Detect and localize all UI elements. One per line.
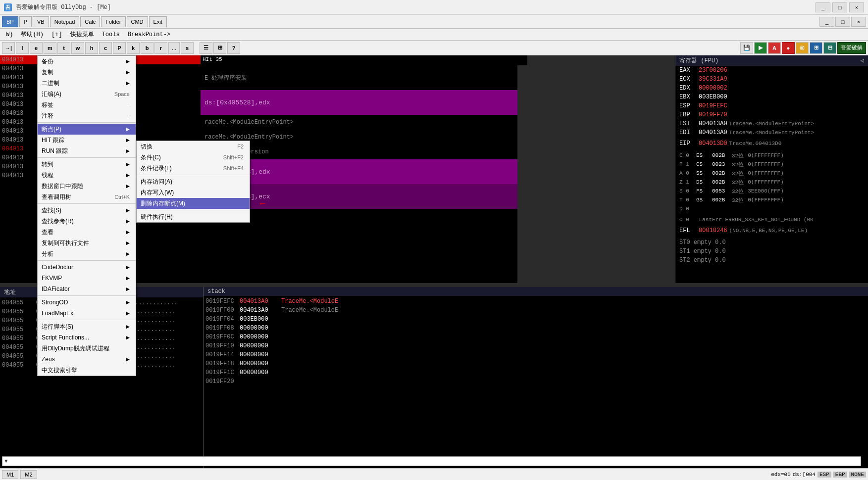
ctx-label[interactable]: 标签 : <box>38 99 136 110</box>
status-bar: M1 M2 edx=00 ds:[004 ESP EBP NONE <box>0 468 868 480</box>
disasm-row-highlighted-1: ds:[0x405528],edx <box>201 90 517 115</box>
c-btn[interactable]: c <box>99 42 112 54</box>
list-icon-btn[interactable]: ☰ <box>200 42 212 54</box>
ctx-comment[interactable]: 注释 ; <box>38 110 136 121</box>
ctx-goto[interactable]: 转到 ▶ <box>38 159 136 170</box>
play-icon-btn[interactable]: ▶ <box>754 42 767 54</box>
record-icon-btn[interactable]: ● <box>782 42 795 54</box>
ctx-search[interactable]: 查找(S) ▶ <box>38 205 136 216</box>
h-btn[interactable]: h <box>85 42 98 54</box>
p-button[interactable]: P <box>19 16 32 27</box>
stack-panel[interactable]: stack 0019FEFC 004013A0 TraceMe.<ModuleE… <box>203 287 868 468</box>
context-menu[interactable]: 备份 ▶ 复制 ▶ 二进制 ▶ 汇编(A) Space 标签 : 注释 ; 断点… <box>37 55 136 376</box>
bp-conditional-log[interactable]: 条件记录(L) Shift+F4 <box>137 163 250 174</box>
menu-tools[interactable]: Tools <box>98 29 124 41</box>
ctx-fkvmp[interactable]: FKVMP ▶ <box>38 273 136 284</box>
ctx-follow-in-dump[interactable]: 数据窗口中跟随 ▶ <box>38 181 136 192</box>
grid2-icon-btn[interactable]: ⊞ <box>810 42 822 54</box>
menu-help[interactable]: 帮助(H) <box>17 29 48 41</box>
ctx-breakpoint[interactable]: 断点(P) ▶ <box>38 124 136 135</box>
bp-conditional[interactable]: 条件(C) Shift+F2 <box>137 152 250 163</box>
reg-ecx: ECX 39C331A9 <box>675 75 868 84</box>
exit-button[interactable]: Exit <box>149 16 167 27</box>
ctx-run-trace[interactable]: RUN 跟踪 ▶ <box>38 145 136 156</box>
sub-maximize[interactable]: □ <box>835 17 850 27</box>
ctx-script-funcs[interactable]: Script Functions... ▶ <box>38 332 136 343</box>
cmd-button[interactable]: CMD <box>127 16 148 27</box>
menu-w[interactable]: W) <box>2 29 17 41</box>
sub-close[interactable]: × <box>851 17 866 27</box>
window-title: 吾爱破解专用版 OllyDbg - [Me] <box>16 3 111 11</box>
reg-flags-s: S 0 FS 0053 32位 3EE000(FFF) <box>675 187 868 195</box>
bp-button[interactable]: BP <box>2 16 18 27</box>
k-btn[interactable]: k <box>127 42 140 54</box>
s-btn[interactable]: s <box>181 42 194 54</box>
target-icon-btn[interactable]: ◎ <box>796 42 809 54</box>
ctx-sep-3 <box>38 203 136 204</box>
ctx-idaficator[interactable]: IDAFicator ▶ <box>38 284 136 294</box>
stack-row-4: 0019FF08 00000000 <box>205 324 866 333</box>
maximize-button[interactable]: □ <box>832 2 847 12</box>
status-edx: edx=00 <box>771 472 791 478</box>
status-esp: ESP <box>817 472 831 478</box>
ctx-calltree[interactable]: 查看调用树 Ctrl+K <box>38 192 136 202</box>
minimize-button[interactable]: _ <box>816 2 830 12</box>
ctx-copy-to-exe[interactable]: 复制到可执行文件 ▶ <box>38 238 136 248</box>
ctx-thread[interactable]: 线程 ▶ <box>38 170 136 181</box>
reg-eax: EAX 23F00206 <box>675 66 868 75</box>
a-icon-btn[interactable]: A <box>768 42 781 54</box>
ctx-binary[interactable]: 二进制 ▶ <box>38 78 136 89</box>
ctx-strongod[interactable]: StrongOD ▶ <box>38 297 136 308</box>
ellipsis-btn[interactable]: ... <box>168 42 180 54</box>
ctx-hit-trace[interactable]: HIT 跟踪 ▶ <box>38 135 136 145</box>
ctx-sep-2 <box>38 157 136 158</box>
ctx-loadmapex[interactable]: LoadMapEx ▶ <box>38 308 136 319</box>
grid3-icon-btn[interactable]: ⊟ <box>823 42 836 54</box>
r-btn[interactable]: r <box>154 42 167 54</box>
folder-button[interactable]: Folder <box>101 16 125 27</box>
grid-icon-btn[interactable]: ⊞ <box>213 42 226 54</box>
window-controls: _ □ × <box>816 2 864 12</box>
save-icon-btn[interactable]: 💾 <box>740 42 753 54</box>
breakpoint-submenu: 切换 F2 条件(C) Shift+F2 条件记录(L) Shift+F4 内存… <box>136 141 250 223</box>
ctx-view[interactable]: 查看 ▶ <box>38 227 136 238</box>
ctx-ollydump[interactable]: 用OllyDump脱壳调试进程 <box>38 343 136 354</box>
reg-flags-t: T 0 GS 002B 32位 0(FFFFFFFF) <box>675 195 868 204</box>
status-tab-m1[interactable]: M1 <box>2 470 18 479</box>
b-btn[interactable]: b <box>141 42 153 54</box>
w-btn[interactable]: w <box>71 42 84 54</box>
m-btn[interactable]: m <box>44 42 56 54</box>
bp-mem-access[interactable]: 内存访问(A) <box>137 176 250 187</box>
sub-minimize[interactable]: _ <box>819 17 834 27</box>
ctx-analyze[interactable]: 分析 ▶ <box>38 248 136 259</box>
help-icon-btn[interactable]: ? <box>227 42 240 54</box>
status-tab-m2[interactable]: M2 <box>20 470 37 479</box>
ctx-run-script[interactable]: 运行脚本(S) ▶ <box>38 321 136 332</box>
bp-hw-execute[interactable]: 硬件执行(H) <box>137 211 250 222</box>
ctx-chinese-search[interactable]: 中文搜索引擎 <box>38 365 136 376</box>
notepad-button[interactable]: Notepad <box>50 16 80 27</box>
menu-plus[interactable]: [+] <box>48 29 66 41</box>
ctx-sep-5 <box>38 295 136 296</box>
l-btn[interactable]: l <box>16 42 29 54</box>
ctx-codedoctor[interactable]: CodeDoctor ▶ <box>38 262 136 273</box>
ctx-assemble[interactable]: 汇编(A) Space <box>38 89 136 99</box>
bp-remove-mem[interactable]: 删除内存断点(M) ← <box>137 198 250 209</box>
ctx-copy[interactable]: 复制 ▶ <box>38 67 136 78</box>
close-button[interactable]: × <box>849 2 864 12</box>
stack-row-10: 0019FF20 <box>205 377 866 386</box>
menu-shortcuts[interactable]: 快捷菜单 <box>66 29 98 41</box>
calc-button[interactable]: Calc <box>80 16 100 27</box>
memory-address-input[interactable]: ▼ <box>2 456 203 466</box>
arrow-icon-btn[interactable]: →| <box>2 42 15 54</box>
menu-breakpoint[interactable]: BreakPoint-> <box>124 29 174 41</box>
vb-button[interactable]: VB <box>33 16 49 27</box>
ctx-backup[interactable]: 备份 ▶ <box>38 56 136 67</box>
ctx-search-ref[interactable]: 查找参考(R) ▶ <box>38 216 136 227</box>
bigp-btn[interactable]: P <box>113 42 126 54</box>
t-btn[interactable]: t <box>57 42 70 54</box>
bp-toggle[interactable]: 切换 F2 <box>137 141 250 152</box>
bp-mem-write[interactable]: 内存写入(W) <box>137 187 250 198</box>
e-btn[interactable]: e <box>30 42 43 54</box>
ctx-zeus[interactable]: Zeus ▶ <box>38 354 136 365</box>
